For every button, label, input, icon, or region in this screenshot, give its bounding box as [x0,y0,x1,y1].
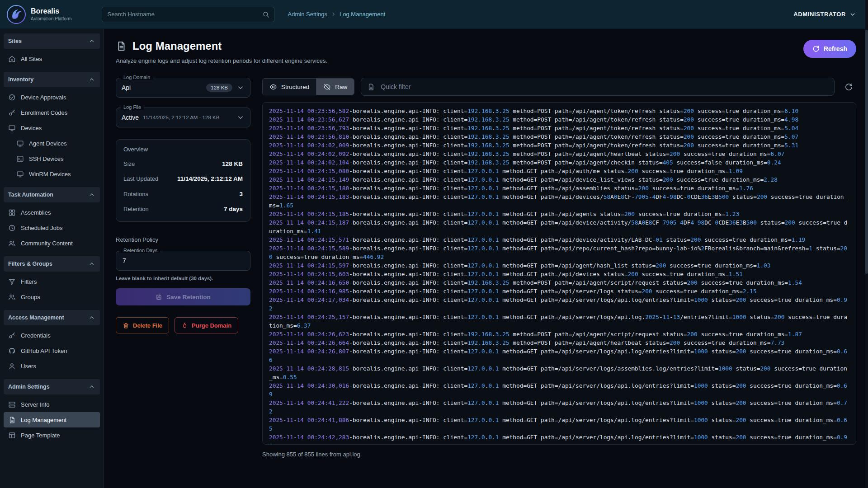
sidebar-section-admin-settings[interactable]: Admin Settings [4,379,100,394]
sidebar-item-log-management[interactable]: Log Management [4,412,100,427]
sidebar-item-winrm-devices[interactable]: WinRM Devices [4,166,100,182]
log-line: 2025-11-14 00:24:02,104-borealis.engine.… [269,158,849,167]
terminal-icon [16,155,24,163]
quick-filter [361,78,835,96]
template-icon [8,432,16,439]
breadcrumb-admin-settings[interactable]: Admin Settings [288,11,327,18]
breadcrumb-log-management[interactable]: Log Management [340,11,385,18]
log-line: 2025-11-14 00:24:15,149-borealis.engine.… [269,175,849,184]
log-domain-select[interactable]: Log Domain Api 128 KB [116,78,250,98]
chevron-up-icon [88,191,95,198]
log-count-status: Showing 855 of 855 lines from api.log. [262,451,856,458]
log-line: 2025-11-14 00:24:15,187-borealis.engine.… [269,218,849,235]
sidebar-item-assemblies[interactable]: Assemblies [4,205,100,220]
sidebar-section-sites[interactable]: Sites [4,33,100,49]
sidebar-item-github-api-token[interactable]: GitHub API Token [4,343,100,358]
delete-file-button[interactable]: Delete File [116,317,169,333]
log-line: 2025-11-14 00:24:41,222-borealis.engine.… [269,399,849,416]
trash-icon [123,322,129,329]
view-mode-toggle: Structured Raw [262,78,354,95]
sidebar-section-task-automation[interactable]: Task Automation [4,187,100,202]
viewer-refresh-button[interactable] [841,79,856,94]
sidebar-section-inventory[interactable]: Inventory [4,72,100,87]
grid-icon [8,209,16,216]
sidebar-item-credentials[interactable]: Credentials [4,328,100,343]
log-file-value: Active [122,114,139,121]
github-icon [8,347,16,355]
search-input[interactable] [107,10,262,18]
quick-filter-input[interactable] [380,83,828,91]
users-icon [8,293,16,301]
log-line: 2025-11-14 00:23:56,810-borealis.engine.… [269,132,849,141]
log-line: 2025-11-14 00:24:15,080-borealis.engine.… [269,167,849,175]
log-line: 2025-11-14 00:24:15,180-borealis.engine.… [269,184,849,192]
retention-days-input[interactable] [122,257,245,265]
log-domain-value: Api [122,84,131,91]
sidebar-item-scheduled-jobs[interactable]: Scheduled Jobs [4,220,100,235]
topbar: Borealis Automation Platform Admin Setti… [0,0,868,29]
page-scrollbar-thumb[interactable] [865,30,868,274]
sidebar-section-filters-groups[interactable]: Filters & Groups [4,256,100,272]
brand-name: Borealis [31,7,72,15]
sidebar-item-users[interactable]: Users [4,358,100,374]
log-line: 2025-11-14 00:24:42,283-borealis.engine.… [269,433,849,445]
viewer-toolbar: Structured Raw [262,78,856,96]
retention-policy-section: Retention Policy Retention Days Leave bl… [116,236,250,305]
sidebar-item-agent-devices[interactable]: Agent Devices [4,136,100,151]
clock-icon [8,224,16,232]
log-line: 2025-11-14 00:24:15,185-borealis.engine.… [269,210,849,218]
retention-helper-text: Leave blank to inherit default (30 days)… [116,276,250,281]
key-icon [8,332,16,339]
log-output[interactable]: 2025-11-14 00:23:56,582-borealis.engine.… [262,102,856,445]
overview-title: Overview [123,146,243,153]
page-subtitle: Analyze engine logs and adjust log reten… [116,57,327,64]
refresh-icon [812,45,820,52]
overview-row-size: Size128 KB [123,160,243,169]
document-icon [8,416,16,424]
log-controls-panel: Log Domain Api 128 KB Log File Active 11… [116,78,250,458]
log-line: 2025-11-14 00:24:28,815-borealis.engine.… [269,364,849,381]
sidebar-item-devices[interactable]: Devices [4,120,100,136]
sidebar-item-groups[interactable]: Groups [4,289,100,305]
refresh-button[interactable]: Refresh [803,40,856,58]
chevron-up-icon [88,260,95,267]
users-icon [8,239,16,247]
log-document-icon [116,41,127,52]
breadcrumb: Admin Settings Log Management [288,11,386,18]
log-line: 2025-11-14 00:24:15,183-borealis.engine.… [269,192,849,210]
server-icon [8,401,16,408]
eye-icon [269,83,277,91]
brand-subtitle: Automation Platform [31,16,72,21]
filter-document-icon [367,83,375,91]
sidebar-item-page-template[interactable]: Page Template [4,427,100,443]
raw-view-button[interactable]: Raw [316,79,354,95]
log-line: 2025-11-14 00:24:15,589-borealis.engine.… [269,244,849,261]
sidebar-item-ssh-devices[interactable]: SSH Devices [4,151,100,166]
sidebar-item-server-info[interactable]: Server Info [4,397,100,412]
log-file-select[interactable]: Log File Active 11/14/2025, 2:12:12 AM ·… [116,108,250,127]
sidebar-item-device-approvals[interactable]: Device Approvals [4,89,100,105]
sidebar-item-enrollment-codes[interactable]: Enrollment Codes [4,105,100,120]
purge-domain-button[interactable]: Purge Domain [175,317,238,333]
structured-view-button[interactable]: Structured [263,79,316,95]
brand: Borealis Automation Platform [31,7,72,21]
retention-days-label: Retention Days [121,248,160,253]
sidebar-item-community-content[interactable]: Community Content [4,235,100,251]
danger-actions: Delete File Purge Domain [116,317,250,333]
sidebar-item-filters[interactable]: Filters [4,274,100,289]
log-viewer: Structured Raw [262,78,856,458]
user-menu[interactable]: ADMINISTRATOR [793,11,856,18]
sidebar-item-all-sites[interactable]: All Sites [4,51,100,66]
chevron-up-icon [88,314,95,321]
sidebar-section-access-management[interactable]: Access Management [4,310,100,325]
log-line: 2025-11-14 00:24:26,664-borealis.engine.… [269,338,849,347]
log-line: 2025-11-14 00:24:17,034-borealis.engine.… [269,296,849,313]
borealis-logo-icon [6,5,26,24]
overview-row-retention: Retention7 days [123,205,243,214]
log-line: 2025-11-14 00:24:16,650-borealis.engine.… [269,278,849,287]
chevron-up-icon [88,38,95,45]
page-title: Log Management [132,40,222,52]
save-retention-button[interactable]: Save Retention [116,288,250,305]
user-menu-label: ADMINISTRATOR [793,11,846,18]
page-scrollbar[interactable] [865,0,868,488]
